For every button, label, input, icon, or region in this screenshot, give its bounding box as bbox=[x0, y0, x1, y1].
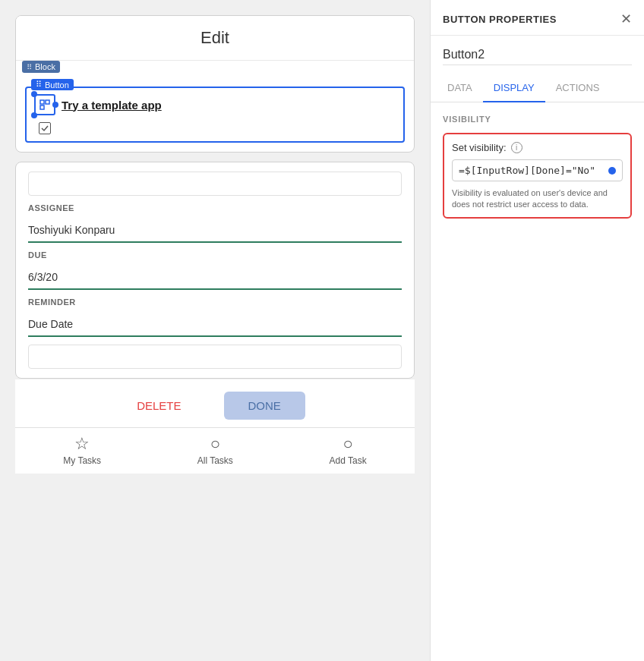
block-label-tag: ⠿ Block bbox=[22, 61, 60, 73]
right-panel: BUTTON PROPERTIES ✕ DATA DISPLAY ACTIONS… bbox=[430, 0, 644, 661]
assignee-value[interactable]: Toshiyuki Konparu bbox=[28, 219, 402, 243]
info-icon[interactable]: i bbox=[511, 142, 522, 153]
visibility-box: Set visibility: i =$[InputRow][Done]="No… bbox=[443, 133, 632, 219]
block-container: ⠿ Block ⠿ Button bbox=[16, 61, 414, 152]
reminder-label: REMINDER bbox=[28, 294, 402, 308]
add-task-icon: ○ bbox=[343, 436, 352, 452]
bottom-nav: ☆ My Tasks ○ All Tasks ○ Add Task bbox=[15, 427, 415, 474]
button-inner: Try a template app bbox=[34, 94, 396, 115]
visibility-section-label: VISIBILITY bbox=[443, 115, 632, 124]
button-drag-icon: ⠿ bbox=[36, 80, 42, 90]
all-tasks-icon: ○ bbox=[210, 436, 220, 452]
delete-button[interactable]: DELETE bbox=[125, 392, 193, 420]
edit-header: Edit bbox=[16, 16, 414, 61]
button-icon-wrapper bbox=[34, 94, 55, 115]
due-label: DUE bbox=[28, 247, 402, 261]
done-button[interactable]: DONE bbox=[224, 392, 305, 420]
button-display-text[interactable]: Try a template app bbox=[62, 99, 162, 112]
button-element-container: ⠿ Button bbox=[25, 87, 405, 143]
drag-icon: ⠿ bbox=[27, 63, 32, 71]
button-element-tag: ⠿ Button bbox=[31, 79, 74, 90]
svg-rect-0 bbox=[40, 100, 44, 104]
visibility-note: Visibility is evaluated on user's device… bbox=[452, 187, 623, 211]
formula-dot bbox=[608, 167, 616, 175]
all-tasks-label: All Tasks bbox=[197, 455, 233, 466]
left-panel: Edit ⠿ Block ⠿ Button bbox=[0, 0, 430, 661]
tab-data[interactable]: DATA bbox=[437, 74, 483, 102]
check-svg bbox=[41, 124, 49, 132]
svg-rect-1 bbox=[46, 100, 49, 104]
checkbox-row bbox=[34, 121, 396, 135]
nav-all-tasks[interactable]: ○ All Tasks bbox=[197, 436, 233, 466]
tab-display[interactable]: DISPLAY bbox=[483, 74, 545, 102]
tab-actions[interactable]: ACTIONS bbox=[545, 74, 611, 102]
form-card: ASSIGNEE Toshiyuki Konparu DUE 6/3/20 RE… bbox=[15, 162, 415, 379]
checkbox-icon[interactable] bbox=[39, 122, 51, 134]
panel-content: VISIBILITY Set visibility: i =$[InputRow… bbox=[431, 102, 644, 661]
add-task-label: Add Task bbox=[330, 455, 367, 466]
set-visibility-text: Set visibility: bbox=[452, 142, 507, 153]
button-icon-box bbox=[34, 94, 55, 115]
panel-title: BUTTON PROPERTIES bbox=[443, 14, 557, 25]
close-button[interactable]: ✕ bbox=[620, 12, 632, 26]
my-tasks-label: My Tasks bbox=[63, 455, 101, 466]
formula-row[interactable]: =$[InputRow][Done]="No" bbox=[452, 159, 623, 181]
svg-rect-2 bbox=[40, 105, 44, 109]
my-tasks-icon: ☆ bbox=[74, 436, 90, 452]
field-blank-bottom bbox=[28, 345, 402, 369]
nav-add-task[interactable]: ○ Add Task bbox=[330, 436, 367, 466]
nav-my-tasks[interactable]: ☆ My Tasks bbox=[63, 436, 101, 466]
button-svg-icon bbox=[39, 99, 50, 110]
panel-header: BUTTON PROPERTIES ✕ bbox=[431, 0, 644, 36]
due-value[interactable]: 6/3/20 bbox=[28, 266, 402, 290]
assignee-label: ASSIGNEE bbox=[28, 200, 402, 214]
field-blank-top bbox=[28, 172, 402, 196]
formula-text: =$[InputRow][Done]="No" bbox=[459, 165, 595, 176]
main-card: Edit ⠿ Block ⠿ Button bbox=[15, 15, 415, 153]
tabs-row: DATA DISPLAY ACTIONS bbox=[431, 74, 644, 102]
button-name-input[interactable] bbox=[443, 45, 632, 65]
set-visibility-row: Set visibility: i bbox=[452, 142, 623, 153]
reminder-value[interactable]: Due Date bbox=[28, 313, 402, 337]
action-row: DELETE DONE bbox=[15, 379, 415, 427]
